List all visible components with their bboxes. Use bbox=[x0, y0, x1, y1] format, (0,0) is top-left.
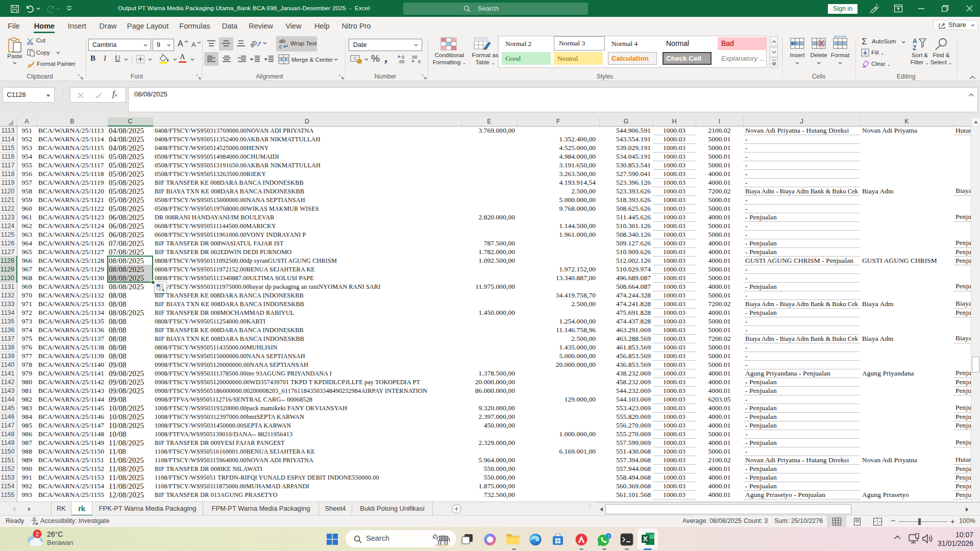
svg-text:2: 2 bbox=[36, 531, 39, 537]
svg-text:7: 7 bbox=[607, 534, 610, 539]
svg-text:c: c bbox=[279, 43, 282, 49]
svg-text:.00: .00 bbox=[411, 55, 418, 60]
svg-text:A: A bbox=[913, 38, 917, 45]
svg-text:ab: ab bbox=[250, 38, 258, 49]
svg-text:Z: Z bbox=[913, 44, 916, 51]
svg-text:.00: .00 bbox=[398, 59, 405, 64]
svg-text:0: 0 bbox=[418, 59, 421, 64]
